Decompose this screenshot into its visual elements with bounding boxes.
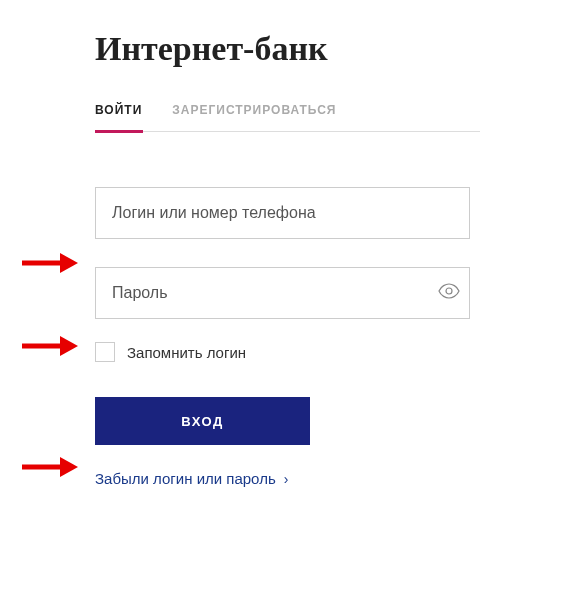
login-input[interactable] (95, 187, 470, 239)
password-input[interactable] (95, 267, 470, 319)
login-submit-button[interactable]: ВХОД (95, 397, 310, 445)
password-field-group (95, 267, 480, 319)
remember-login-label: Запомнить логин (127, 344, 246, 361)
svg-marker-2 (60, 253, 78, 273)
active-tab-indicator (95, 130, 143, 133)
annotation-arrow-login (20, 251, 80, 275)
annotation-arrow-submit (20, 455, 80, 479)
tab-login[interactable]: ВОЙТИ (95, 103, 142, 131)
svg-marker-4 (60, 336, 78, 356)
tab-register[interactable]: ЗАРЕГИСТРИРОВАТЬСЯ (172, 103, 336, 131)
forgot-credentials-label: Забыли логин или пароль (95, 470, 276, 487)
chevron-right-icon: › (284, 471, 289, 487)
forgot-credentials-link[interactable]: Забыли логин или пароль › (95, 470, 288, 487)
login-field-group (95, 187, 480, 239)
auth-tabs: ВОЙТИ ЗАРЕГИСТРИРОВАТЬСЯ (95, 103, 480, 132)
page-title: Интернет-банк (95, 30, 480, 68)
remember-login-row: Запомнить логин (95, 342, 480, 362)
remember-login-checkbox[interactable] (95, 342, 115, 362)
svg-point-0 (446, 288, 452, 294)
svg-marker-6 (60, 457, 78, 477)
annotation-arrow-password (20, 334, 80, 358)
toggle-password-visibility-icon[interactable] (438, 283, 460, 303)
